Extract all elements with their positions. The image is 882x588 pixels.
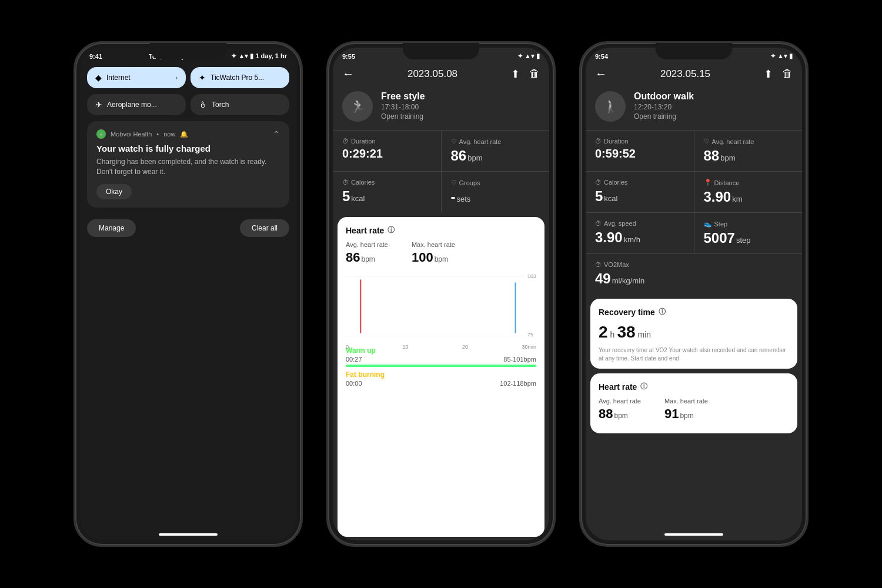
ticwatch-label: TicWatch Pro 5... (211, 74, 264, 82)
workout-name-3: Outdoor walk (634, 91, 694, 102)
aeroplane-icon: ✈ (95, 100, 102, 109)
back-button-2[interactable]: ← (342, 67, 354, 81)
axis-30: 30min (522, 344, 536, 350)
chart-axis-2: 0 10 20 30min (346, 344, 536, 350)
manage-button[interactable]: Manage (87, 219, 136, 237)
calories-icon: ⏱ (342, 179, 349, 186)
internet-label: Internet (106, 74, 131, 82)
hr-chart-2: 103 75 0 10 20 30min (346, 271, 536, 342)
workout-details-2: Free style 17:31-18:00 Open training (381, 91, 425, 121)
warm-up-bpm: 85-101bpm (503, 356, 536, 363)
stat-avg-hr-value: 86 (451, 148, 467, 164)
stat-cal-val-3: 5 (595, 188, 603, 205)
share-button-2[interactable]: ⬆ (511, 68, 520, 81)
stat-vo2-val-3: 49 (595, 270, 611, 287)
avg-hr-stat-3: Avg. heart rate 88 bpm (599, 397, 641, 422)
max-hr-label-3: Max. heart rate (664, 397, 708, 405)
quick-tiles-row-1: ◆ Internet › ✦ TicWatch Pro 5... (87, 67, 289, 88)
back-button-3[interactable]: ← (595, 67, 607, 81)
recovery-desc-3: Your recovery time at VO2 Your watch als… (599, 346, 789, 363)
avg-hr-stat: Avg. heart rate 86 bpm (346, 241, 388, 265)
workout-type-icon-3: 🚶 (595, 91, 626, 122)
fat-burning-zone: Fat burning 00:00 102-118bpm (346, 370, 536, 391)
workout-time-3: 12:20-13:20 (634, 103, 694, 111)
internet-arrow: › (176, 75, 178, 81)
stats-grid-2: ⏱ Duration 0:29:21 ♡ Avg. heart rate 86 … (333, 130, 549, 212)
max-hr-stat: Max. heart rate 100 bpm (412, 241, 455, 265)
stat-avg-hr: ♡ Avg. heart rate 86 bpm (442, 131, 550, 171)
notification-shade: ◆ Internet › ✦ TicWatch Pro 5... ✈ Aerop… (80, 62, 296, 540)
stat-groups: ♡ Groups - sets (442, 172, 550, 212)
status-time-3: 9:54 (595, 53, 608, 60)
stat-duration-value: 0:29:21 (342, 147, 383, 161)
avg-hr-value: 86 bpm (346, 250, 388, 265)
stat-dist-3: 📍Distance 3.90 km (694, 172, 803, 212)
stat-calories: ⏱ Calories 5 kcal (333, 172, 441, 212)
status-icons-2: ✦ ▲▾ ▮ (517, 52, 540, 60)
warm-up-time-bpm: 00:27 85-101bpm (346, 356, 536, 363)
bluetooth-icon: ✦ (199, 73, 206, 82)
svg-text:75: 75 (527, 332, 533, 338)
notif-header: ● Mobvoi Health • now 🔔 ⌃ (96, 129, 280, 139)
clear-all-button[interactable]: Clear all (240, 219, 289, 237)
home-indicator-2[interactable] (412, 533, 470, 536)
groups-icon: ♡ (451, 179, 457, 186)
phone-2-screen: 9:55 ✦ ▲▾ ▮ ← 2023.05.08 ⬆ 🗑 🏃 Free styl… (333, 48, 549, 540)
workout-header-icons-3: ⬆ 🗑 (764, 68, 793, 81)
workout-type-icon-2: 🏃 (342, 91, 373, 122)
workout-icon-glyph-2: 🏃 (350, 99, 366, 114)
notification-card: ● Mobvoi Health • now 🔔 ⌃ Your watch is … (87, 121, 289, 208)
axis-10: 10 (402, 344, 408, 350)
app-icon: ● (96, 129, 106, 139)
heart-rate-title-2: Heart rate ⓘ (346, 225, 536, 235)
workout-details-3: Outdoor walk 12:20-13:20 Open training (634, 91, 694, 121)
home-indicator-3[interactable] (664, 533, 723, 536)
stat-groups-unit: sets (457, 195, 471, 203)
stat-cal-3: ⏱Calories 5 kcal (586, 172, 694, 212)
stat-groups-value: - (451, 189, 456, 205)
heart-rate-card-2: Heart rate ⓘ Avg. heart rate 86 bpm Max.… (338, 217, 544, 537)
stat-calories-label: ⏱ Calories (342, 179, 432, 186)
notif-app-info: ● Mobvoi Health • now 🔔 (96, 129, 188, 139)
torch-tile[interactable]: 🕯 Torch (191, 94, 289, 115)
workout-screen-3: ← 2023.05.15 ⬆ 🗑 🚶 Outdoor walk 12:20-13… (586, 62, 802, 540)
delete-button-2[interactable]: 🗑 (529, 68, 540, 81)
stat-groups-label: ♡ Groups (451, 179, 540, 186)
stats-grid-3: ⏱Duration 0:59:52 ♡Avg. heart rate 88 bp… (586, 130, 802, 294)
workout-category-2: Open training (381, 112, 425, 121)
quick-tiles-row-2: ✈ Aeroplane mo... 🕯 Torch (87, 94, 289, 115)
axis-20: 20 (462, 344, 468, 350)
share-button-3[interactable]: ⬆ (764, 68, 773, 81)
svg-text:103: 103 (527, 273, 536, 279)
info-icon-2: ⓘ (387, 225, 395, 235)
status-bar-2: 9:55 ✦ ▲▾ ▮ (333, 48, 549, 62)
delete-button-3[interactable]: 🗑 (782, 68, 793, 81)
stat-dist-val-3: 3.90 (704, 189, 731, 205)
stat-duration-3: ⏱Duration 0:59:52 (586, 131, 694, 171)
heart-icon: ♡ (451, 138, 457, 145)
workout-header-icons-2: ⬆ 🗑 (511, 68, 540, 81)
notif-body: Charging has been completed, and the wat… (96, 157, 280, 177)
stat-vo2-3: ⏱VO2Max 49 ml/kg/min (586, 254, 802, 294)
status-icons-3: ✦ ▲▾ ▮ (770, 52, 793, 60)
max-hr-value: 100 bpm (412, 250, 455, 265)
stat-speed-val-3: 3.90 (595, 229, 623, 246)
avg-hr-label: Avg. heart rate (346, 241, 388, 248)
torch-icon: 🕯 (199, 100, 207, 109)
ticwatch-tile[interactable]: ✦ TicWatch Pro 5... (191, 67, 289, 88)
fat-burning-name: Fat burning (346, 370, 536, 379)
recovery-value-3: 2 h 38 min (599, 323, 789, 342)
internet-tile[interactable]: ◆ Internet › (87, 67, 186, 88)
home-indicator-1[interactable] (159, 533, 218, 536)
aeroplane-tile[interactable]: ✈ Aeroplane mo... (87, 94, 186, 115)
stat-avg-hr-label: ♡ Avg. heart rate (451, 138, 540, 145)
workout-icon-glyph-3: 🚶 (603, 99, 619, 114)
axis-0: 0 (346, 344, 349, 350)
status-bar-3: 9:54 ✦ ▲▾ ▮ (586, 48, 802, 62)
status-time-2: 9:55 (342, 53, 355, 60)
status-icons-1: ✦ ▲▾ ▮ 1 day, 1 hr (231, 52, 287, 60)
okay-button[interactable]: Okay (96, 184, 132, 199)
collapse-icon[interactable]: ⌃ (273, 129, 280, 139)
stat-avghr-val-3: 88 (704, 148, 720, 164)
aeroplane-label: Aeroplane mo... (107, 101, 157, 109)
